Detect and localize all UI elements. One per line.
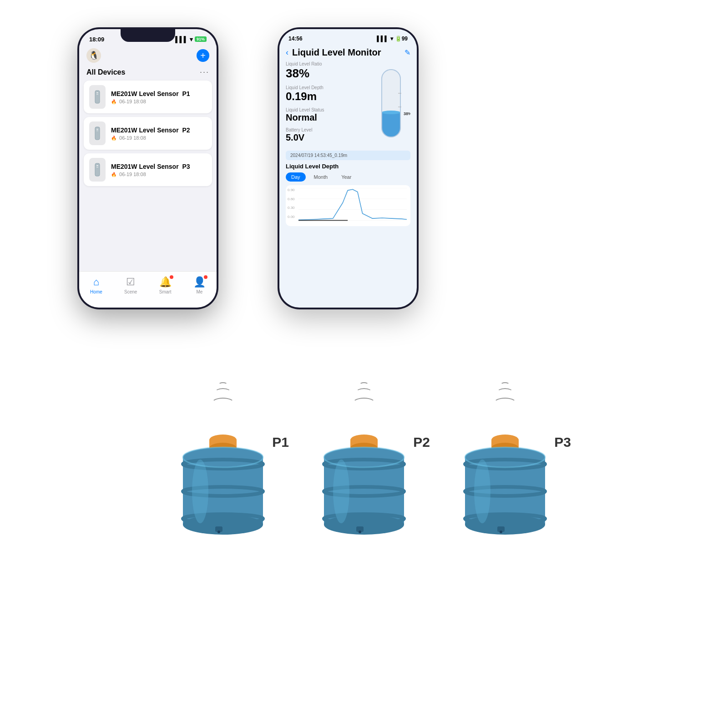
status-bar-right: 14:56 ▌▌▌ ▾ 🔋99 bbox=[279, 29, 417, 45]
device-icon-p1 bbox=[89, 85, 106, 109]
chart-svg bbox=[298, 188, 407, 222]
back-button[interactable]: ‹ bbox=[286, 48, 288, 57]
right-phone: 14:56 ▌▌▌ ▾ 🔋99 ‹ Liquid Level Monitor ✎… bbox=[278, 27, 419, 309]
home-icon: ⌂ bbox=[93, 276, 99, 288]
device-item-p1[interactable]: ME201W Level Sensor P1 🔥 06-19 18:08 bbox=[84, 81, 212, 113]
chart-area: 0.90 0.60 0.30 0.00 bbox=[286, 185, 410, 226]
chart-title: Liquid Level Depth bbox=[286, 163, 410, 170]
left-phone: 18:09 ▌▌▌ ▾ 91% 🐧 + All Devices ··· bbox=[77, 27, 218, 309]
device-icon-p2 bbox=[89, 121, 106, 145]
edit-button[interactable]: ✎ bbox=[404, 48, 410, 57]
device-name-p3: ME201W Level Sensor P3 bbox=[111, 163, 190, 170]
signal-waves-p2 bbox=[352, 382, 376, 410]
device-name-p2: ME201W Level Sensor P2 bbox=[111, 126, 190, 134]
stat-depth: Liquid Level Depth 0.19m bbox=[286, 85, 369, 103]
svg-rect-4 bbox=[96, 129, 98, 130]
device-info-p3: ME201W Level Sensor P3 🔥 06-19 18:08 bbox=[111, 163, 190, 177]
drum-svg-p3 bbox=[457, 412, 553, 535]
status-icons-left: ▌▌▌ ▾ 91% bbox=[175, 36, 207, 43]
tanks-section: P1 bbox=[0, 364, 728, 536]
tank-p1: P1 bbox=[175, 382, 271, 536]
tab-year[interactable]: Year bbox=[336, 172, 357, 182]
device-name-p1: ME201W Level Sensor P1 bbox=[111, 90, 190, 97]
stat-status: Liquid Level Status Normal bbox=[286, 107, 369, 123]
all-devices-bar: All Devices ··· bbox=[79, 67, 217, 81]
y-label-1: 0.30 bbox=[288, 206, 295, 210]
tank-visual: 38% bbox=[372, 61, 410, 148]
drum-svg-p2 bbox=[316, 412, 412, 535]
device-list: ME201W Level Sensor P1 🔥 06-19 18:08 bbox=[79, 81, 217, 186]
bottom-nav-left: ⌂ Home ☑ Scene 🔔 Smart 👤 Me bbox=[79, 271, 217, 308]
signal-icon: ▌▌▌ bbox=[175, 36, 188, 43]
signal-waves-p3 bbox=[493, 382, 517, 410]
svg-rect-8 bbox=[96, 167, 98, 167]
wifi-icon-right: ▾ bbox=[390, 35, 393, 42]
time-left: 18:09 bbox=[89, 36, 104, 43]
nav-me[interactable]: 👤 Me bbox=[193, 276, 206, 294]
nav-smart[interactable]: 🔔 Smart bbox=[159, 276, 172, 294]
stat-status-value: Normal bbox=[286, 112, 369, 123]
svg-point-31 bbox=[192, 460, 208, 523]
signal-icon-right: ▌▌▌ bbox=[377, 35, 389, 42]
chart-tabs: Day Month Year bbox=[286, 172, 410, 182]
all-devices-title: All Devices bbox=[86, 68, 125, 76]
stat-ratio-value: 38% bbox=[286, 66, 369, 81]
chart-y-labels: 0.90 0.60 0.30 0.00 bbox=[288, 188, 295, 219]
device-time-p2: 🔥 06-19 18:08 bbox=[111, 135, 190, 141]
svg-rect-5 bbox=[96, 131, 98, 131]
nav-home-label: Home bbox=[90, 289, 102, 294]
device-item-p3[interactable]: ME201W Level Sensor P3 🔥 06-19 18:08 bbox=[84, 153, 212, 186]
tank-p3: P3 bbox=[457, 382, 553, 536]
phone-header-left: 🐧 + bbox=[79, 46, 217, 67]
device-item-p2[interactable]: ME201W Level Sensor P2 🔥 06-19 18:08 bbox=[84, 117, 212, 150]
add-device-button[interactable]: + bbox=[197, 49, 209, 62]
battery-right: 🔋99 bbox=[395, 35, 408, 42]
monitor-header: ‹ Liquid Level Monitor ✎ bbox=[279, 45, 417, 61]
stat-depth-value: 0.19m bbox=[286, 90, 369, 103]
svg-point-46 bbox=[359, 531, 361, 533]
tab-day[interactable]: Day bbox=[286, 172, 306, 182]
svg-point-33 bbox=[217, 531, 220, 533]
nav-home[interactable]: ⌂ Home bbox=[90, 276, 102, 294]
signal-waves-p1 bbox=[211, 382, 235, 410]
me-icon: 👤 bbox=[193, 276, 206, 288]
wave-small-p2 bbox=[359, 382, 369, 387]
device-info-p2: ME201W Level Sensor P2 🔥 06-19 18:08 bbox=[111, 126, 190, 141]
stat-ratio: Liquid Level Ratio 38% bbox=[286, 61, 369, 81]
stat-battery: Battery Level 5.0V bbox=[286, 127, 369, 143]
tank-p2: P2 bbox=[316, 382, 412, 536]
device-info-p1: ME201W Level Sensor P1 🔥 06-19 18:08 bbox=[111, 90, 190, 104]
time-right: 14:56 bbox=[288, 35, 303, 42]
more-menu-button[interactable]: ··· bbox=[200, 67, 209, 77]
nav-me-label: Me bbox=[196, 289, 202, 294]
stat-battery-value: 5.0V bbox=[286, 132, 369, 143]
phone-notch bbox=[121, 29, 175, 42]
wave-small-p3 bbox=[500, 382, 510, 387]
timestamp-bar: 2024/07/19 14:53:45_0.19m bbox=[286, 151, 410, 160]
device-time-p1: 🔥 06-19 18:08 bbox=[111, 99, 190, 104]
nav-scene[interactable]: ☑ Scene bbox=[124, 276, 137, 294]
stat-ratio-label: Liquid Level Ratio bbox=[286, 61, 369, 66]
wave-small-p1 bbox=[218, 382, 228, 387]
y-label-2: 0.60 bbox=[288, 197, 295, 201]
wave-medium-p1 bbox=[215, 388, 231, 396]
wave-large-p2 bbox=[352, 398, 376, 410]
svg-point-12 bbox=[382, 111, 400, 114]
nav-scene-label: Scene bbox=[124, 289, 137, 294]
device-time-p3: 🔥 06-19 18:08 bbox=[111, 172, 190, 177]
svg-rect-7 bbox=[96, 165, 98, 166]
device-icon-p3 bbox=[89, 158, 106, 182]
svg-rect-2 bbox=[96, 94, 98, 95]
wave-medium-p3 bbox=[497, 388, 513, 396]
stat-depth-label: Liquid Level Depth bbox=[286, 85, 369, 90]
stat-battery-label: Battery Level bbox=[286, 127, 369, 132]
svg-point-57 bbox=[474, 460, 490, 523]
tank-label-p1: P1 bbox=[272, 435, 289, 450]
drum-svg-p1 bbox=[175, 412, 271, 535]
svg-text:38%: 38% bbox=[404, 111, 410, 116]
tank-label-p3: P3 bbox=[554, 435, 571, 450]
avatar[interactable]: 🐧 bbox=[86, 48, 101, 63]
svg-point-44 bbox=[333, 460, 349, 523]
status-icons-right: ▌▌▌ ▾ 🔋99 bbox=[377, 35, 408, 42]
tab-month[interactable]: Month bbox=[308, 172, 334, 182]
